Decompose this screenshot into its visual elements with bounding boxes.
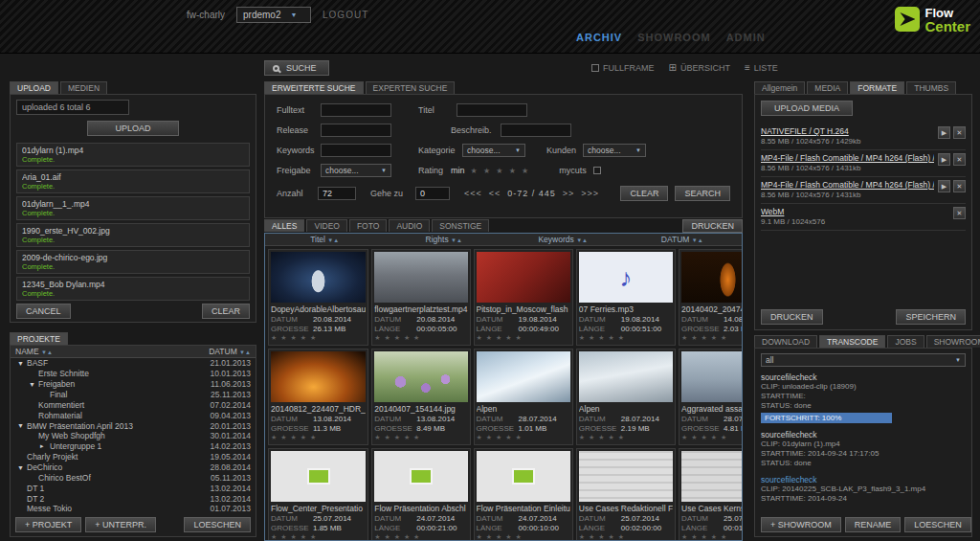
rating-stars[interactable]: ★ ★ ★ ★ ★ [471, 167, 531, 175]
media-card[interactable]: Alpen DATUM28.07.2014 GROESSE2.19 MB ★ ★… [576, 349, 676, 445]
logout-link[interactable]: LOGOUT [323, 10, 368, 20]
rating-stars[interactable]: ★ ★ ★ ★ ★ [374, 334, 467, 342]
nav-showroom[interactable]: SHOWROOM [637, 32, 710, 43]
rating-stars[interactable]: ★ ★ ★ ★ ★ [681, 334, 743, 342]
project-row[interactable]: Final25.11.2013 [11, 390, 256, 400]
add-showroom-button[interactable]: + SHOWROOM [761, 517, 841, 532]
pager-next[interactable]: >> [563, 189, 575, 198]
media-card[interactable]: Use Cases Kernsystem u DATUM25.07.2014 L… [679, 448, 743, 541]
drucken-results-button[interactable]: DRUCKEN [682, 219, 743, 233]
media-thumbnail[interactable] [477, 252, 570, 303]
uebersicht-toggle[interactable]: ⊞ ÜBERSICHT [669, 63, 730, 73]
cancel-button[interactable]: CANCEL [16, 304, 71, 319]
project-row[interactable]: Charly Projekt19.05.2014 [11, 452, 256, 462]
play-button[interactable]: ▶ [938, 153, 950, 166]
media-thumbnail[interactable] [477, 451, 570, 502]
search-button[interactable]: SEARCH [675, 186, 730, 201]
tab-download[interactable]: DOWNLOAD [754, 335, 817, 348]
media-card[interactable]: Use Cases Redaktionell F DATUM25.07.2014… [576, 448, 676, 541]
rating-stars[interactable]: ★ ★ ★ ★ ★ [374, 533, 467, 541]
media-thumbnail[interactable]: ♪ [579, 252, 673, 303]
date-column-sort[interactable]: DATUM ▼▲ [209, 347, 251, 356]
project-row[interactable]: Rohmaterial09.04.2013 [11, 410, 256, 420]
suche-button[interactable]: SUCHE [264, 60, 329, 76]
expander-icon[interactable]: ▼ [29, 381, 35, 388]
media-card[interactable]: DopeyAdorableAlbertosau DATUM20.08.2014 … [268, 249, 368, 346]
format-row[interactable]: MP4-File / Flash Comatible / MP4 h264 (F… [761, 177, 966, 204]
sort-titel[interactable]: Titel ▼▲ [265, 235, 385, 244]
kategorie-select[interactable]: choose...▼ [462, 144, 525, 157]
expander-icon[interactable]: ▼ [17, 464, 24, 471]
format-name[interactable]: MP4-File / Flash Comatible / MP4 h264 (F… [761, 180, 934, 190]
tab-allgemein[interactable]: Allgemein [754, 81, 805, 94]
delete-jobs-button[interactable]: LOESCHEN [904, 517, 971, 532]
tab-experten-suche[interactable]: EXPERTEN SUCHE [366, 81, 456, 94]
speichern-button[interactable]: SPEICHERN [896, 309, 966, 325]
tab-audio[interactable]: AUDIO [389, 219, 430, 232]
upload-button[interactable]: UPLOAD [87, 121, 179, 136]
play-button[interactable]: ▶ [938, 126, 950, 139]
expander-icon[interactable]: ▼ [17, 422, 24, 429]
media-card[interactable]: flowgaertnerplatztest.mp4 DATUM20.08.201… [371, 249, 470, 346]
rating-stars[interactable]: ★ ★ ★ ★ ★ [579, 533, 673, 541]
tab-formate[interactable]: FORMATE [850, 81, 904, 94]
name-column-sort[interactable]: NAME ▼▲ [15, 347, 53, 356]
media-card[interactable]: Flow_Center_Presentatio DATUM25.07.2014 … [268, 448, 368, 541]
project-row[interactable]: Messe Tokio01.07.2013 [11, 504, 256, 514]
clear-upload-button[interactable]: CLEAR [202, 304, 250, 319]
clear-search-button[interactable]: CLEAR [620, 186, 668, 201]
upload-file-item[interactable]: 01dylarn__1_.mp4 Complete. [16, 196, 250, 220]
project-row[interactable]: ▸Untergruppe 114.02.2013 [11, 441, 256, 452]
format-name[interactable]: MP4-File / Flash Comatible / MP4 h264 (F… [761, 153, 934, 163]
kunden-select[interactable]: choose...▼ [583, 144, 646, 157]
nav-archiv[interactable]: ARCHIV [576, 32, 622, 43]
play-button[interactable]: ▶ [938, 180, 950, 192]
remove-format-button[interactable]: ✕ [953, 207, 966, 219]
tab-media[interactable]: MEDIA [807, 81, 848, 94]
upload-media-button[interactable]: UPLOAD MEDIA [761, 101, 853, 116]
tab-thumbs[interactable]: THUMBS [906, 81, 956, 94]
sort-rights[interactable]: Rights ▼▲ [385, 235, 504, 244]
upload-file-item[interactable]: 1990_erste_HV_002.jpg Complete. [16, 223, 250, 247]
rating-stars[interactable]: ★ ★ ★ ★ ★ [374, 434, 467, 441]
delete-project-button[interactable]: LOESCHEN [184, 517, 251, 532]
sort-datum[interactable]: DATUM ▼▲ [623, 235, 743, 244]
rating-stars[interactable]: ★ ★ ★ ★ ★ [271, 533, 366, 541]
media-thumbnail[interactable] [271, 252, 366, 303]
expander-icon[interactable]: ▼ [17, 360, 24, 367]
fulltext-input[interactable] [321, 103, 391, 117]
tab-medien[interactable]: MEDIEN [60, 81, 107, 94]
format-row[interactable]: NATIVEFILE / QT H.264 8.55 MB / 1024x576… [761, 124, 966, 150]
media-card[interactable]: Alpen DATUM28.07.2014 GROESSE1.01 MB ★ ★… [474, 349, 573, 445]
mycuts-checkbox[interactable] [593, 167, 601, 174]
media-card[interactable]: Flow Präsentation Abschl DATUM24.07.2014… [371, 448, 470, 541]
project-row[interactable]: Kommentiert07.02.2014 [11, 399, 256, 410]
upload-file-item[interactable]: Aria_01.aif Complete. [16, 169, 250, 193]
media-thumbnail[interactable] [374, 351, 467, 402]
job-entry[interactable]: sourcefilecheck CLIP: 01dylarn (1).mp4 S… [761, 430, 966, 468]
project-row[interactable]: ▼BMW Präsentation April 201320.01.2013 [11, 420, 256, 431]
rating-stars[interactable]: ★ ★ ★ ★ ★ [579, 334, 673, 342]
titel-input[interactable] [457, 103, 527, 117]
rating-stars[interactable]: ★ ★ ★ ★ ★ [271, 334, 366, 342]
media-thumbnail[interactable] [579, 351, 673, 402]
remove-format-button[interactable]: ✕ [953, 153, 966, 166]
media-thumbnail[interactable] [374, 252, 467, 303]
media-card[interactable]: Aggravated assault, you'r DATUM28.07.201… [679, 349, 743, 445]
tab-erweiterte-suche[interactable]: ERWEITERTE SUCHE [264, 81, 364, 94]
media-thumbnail[interactable] [271, 451, 366, 502]
tab-alles[interactable]: ALLES [264, 219, 304, 232]
pager-last[interactable]: >>> [581, 189, 599, 198]
pager-first[interactable]: <<< [464, 189, 482, 198]
jobs-filter-select[interactable]: all ▼ [761, 353, 966, 367]
rating-stars[interactable]: ★ ★ ★ ★ ★ [579, 434, 673, 441]
nav-admin[interactable]: ADMIN [726, 32, 766, 43]
media-card[interactable]: 20140812_224407_HDR_ DATUM13.08.2014 GRO… [268, 349, 368, 445]
tab-video[interactable]: VIDEO [306, 219, 346, 232]
pager-prev[interactable]: << [489, 189, 501, 198]
freigabe-select[interactable]: choose...▼ [321, 164, 391, 177]
keywords-input[interactable] [321, 144, 391, 157]
project-row[interactable]: Chirico BestOf05.11.2013 [11, 472, 256, 483]
rating-stars[interactable]: ★ ★ ★ ★ ★ [477, 434, 570, 441]
media-thumbnail[interactable] [477, 351, 570, 402]
